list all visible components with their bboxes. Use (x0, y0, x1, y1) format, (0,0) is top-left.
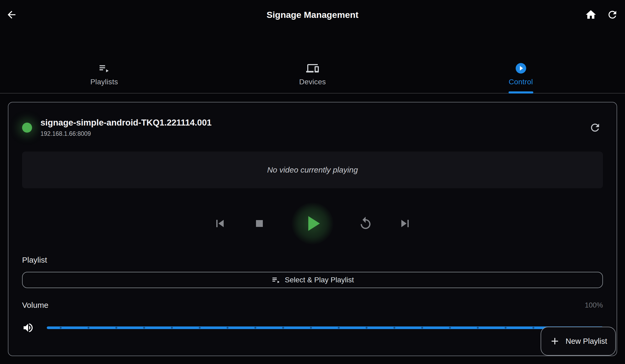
back-button[interactable] (3, 6, 20, 23)
playlist-label: Playlist (22, 256, 603, 264)
active-tab-indicator (509, 91, 533, 93)
device-header: signage-simple-android-TKQ1.221114.001 1… (22, 118, 603, 137)
home-icon (585, 9, 597, 21)
volume-up-icon (22, 322, 34, 334)
tab-bar: Playlists Devices Control (0, 53, 625, 93)
page-title: Signage Management (0, 0, 625, 29)
new-playlist-button[interactable]: New Playlist (541, 327, 616, 356)
skip-next-icon (398, 216, 412, 231)
volume-slider[interactable] (47, 323, 603, 333)
app-bar: Signage Management (0, 0, 625, 29)
tab-devices[interactable]: Devices (208, 53, 417, 93)
now-playing-box: No video currently playing (22, 152, 603, 188)
tab-playlists[interactable]: Playlists (0, 53, 208, 93)
volume-section: Volume 100% (22, 301, 603, 334)
refresh-icon (589, 122, 601, 134)
devices-icon (306, 62, 319, 75)
replay-button[interactable] (358, 216, 373, 231)
select-play-playlist-button[interactable]: Select & Play Playlist (22, 272, 603, 288)
device-info: signage-simple-android-TKQ1.221114.001 1… (40, 118, 212, 137)
home-button[interactable] (582, 6, 599, 23)
skip-next-button[interactable] (398, 216, 412, 231)
refresh-icon (607, 9, 618, 20)
now-playing-message: No video currently playing (267, 165, 358, 174)
refresh-button[interactable] (604, 6, 621, 23)
plus-icon (549, 336, 560, 347)
select-play-playlist-label: Select & Play Playlist (285, 276, 354, 284)
playlist-section: Playlist Select & Play Playlist (22, 256, 603, 288)
playlist-play-icon (271, 275, 281, 285)
stop-icon (253, 217, 266, 230)
arrow-left-icon (6, 9, 17, 20)
skip-previous-icon (213, 216, 227, 231)
stop-button[interactable] (252, 216, 267, 231)
volume-label: Volume (22, 301, 48, 310)
play-button[interactable] (291, 202, 334, 245)
volume-header: Volume 100% (22, 301, 603, 310)
playlist-play-icon (98, 62, 110, 75)
skip-previous-button[interactable] (213, 216, 227, 231)
tab-label: Playlists (90, 78, 118, 86)
device-refresh-button[interactable] (587, 120, 603, 136)
play-icon (300, 211, 325, 236)
app-bar-actions (582, 0, 621, 29)
tab-label: Devices (299, 78, 326, 86)
device-control-card: signage-simple-android-TKQ1.221114.001 1… (8, 102, 617, 356)
tab-control[interactable]: Control (417, 53, 625, 93)
device-address: 192.168.1.66:8009 (40, 130, 212, 137)
volume-value: 100% (585, 301, 603, 309)
volume-slider-ticks (47, 326, 603, 329)
replay-icon (358, 216, 373, 231)
media-controls (22, 197, 603, 250)
play-circle-icon (515, 62, 527, 75)
device-name: signage-simple-android-TKQ1.221114.001 (40, 118, 212, 128)
online-status-dot (22, 123, 32, 133)
volume-row (22, 322, 603, 334)
tab-label: Control (509, 78, 533, 86)
new-playlist-label: New Playlist (566, 337, 607, 346)
